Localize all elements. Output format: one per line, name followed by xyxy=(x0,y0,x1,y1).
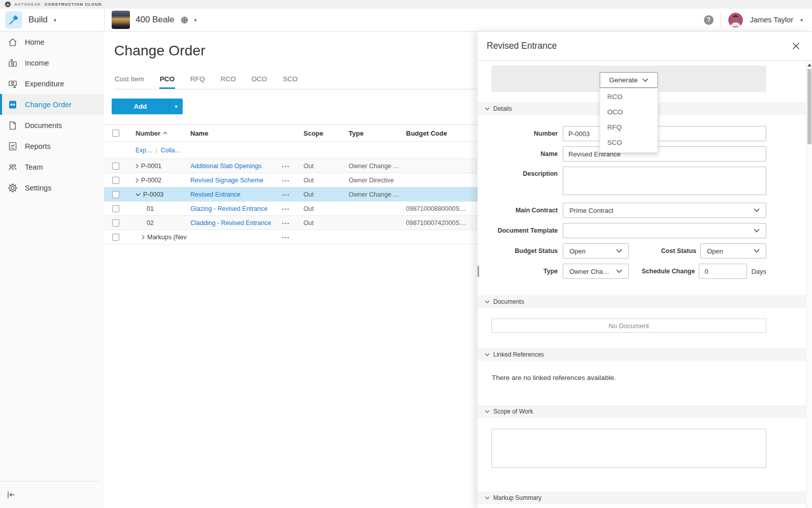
overflow-menu-icon[interactable]: ••• xyxy=(282,193,290,198)
build-product-icon xyxy=(5,11,22,28)
row-name-link[interactable]: Glazing - Revised Entrance xyxy=(190,205,267,212)
select-all-checkbox[interactable] xyxy=(112,130,119,137)
panel-header: Revised Entrance xyxy=(478,31,812,61)
sidebar-item-label: Income xyxy=(25,59,49,67)
sidebar-item-documents[interactable]: Documents xyxy=(0,115,104,136)
tab-pco[interactable]: PCO xyxy=(159,75,175,89)
row-checkbox[interactable] xyxy=(112,163,119,170)
budget-status-label: Budget Status xyxy=(491,247,558,255)
row-checkbox[interactable] xyxy=(112,234,119,241)
globe-icon xyxy=(180,16,189,24)
add-caret-down-icon[interactable]: ▾ xyxy=(169,99,183,114)
sidebar-item-label: Settings xyxy=(25,184,51,192)
cost-status-select[interactable]: Open xyxy=(700,243,766,259)
menu-item-oco[interactable]: OCO xyxy=(600,105,658,120)
row-name-link[interactable]: Additional Slab Openings xyxy=(190,163,261,170)
column-header-type[interactable]: Type xyxy=(346,130,403,137)
row-checkbox[interactable] xyxy=(112,219,119,227)
row-name-link[interactable]: Revised Entrance xyxy=(190,191,241,198)
overflow-menu-icon[interactable]: ••• xyxy=(282,178,290,183)
user-caret-down-icon[interactable]: ▾ xyxy=(800,17,803,23)
menu-item-rfq[interactable]: RFQ xyxy=(600,120,658,135)
appbar-divider xyxy=(721,13,721,26)
column-header-name[interactable]: Name xyxy=(188,130,279,137)
column-header-number[interactable]: Number xyxy=(129,130,188,137)
overflow-menu-icon[interactable]: ••• xyxy=(282,207,290,212)
section-markup-summary[interactable]: Markup Summary xyxy=(478,491,806,504)
row-checkbox[interactable] xyxy=(112,191,119,198)
menu-item-sco[interactable]: SCO xyxy=(600,135,658,150)
name-field[interactable] xyxy=(563,146,766,162)
overflow-menu-icon[interactable]: ••• xyxy=(282,221,290,226)
name-label: Name xyxy=(491,150,558,157)
panel-scrollbar[interactable] xyxy=(806,61,812,508)
sidebar-item-income[interactable]: Income xyxy=(0,52,104,73)
schedule-change-field[interactable] xyxy=(699,264,747,279)
add-button[interactable]: Add xyxy=(112,99,169,114)
table-row[interactable]: P-0001 Additional Slab Openings ••• Out … xyxy=(104,159,478,173)
tab-rfq[interactable]: RFQ xyxy=(190,75,206,89)
row-checkbox[interactable] xyxy=(112,205,119,212)
overflow-menu-icon[interactable]: ••• xyxy=(282,164,290,169)
help-icon[interactable]: ? xyxy=(704,15,714,25)
brand-autodesk: AUTODESK xyxy=(14,2,41,7)
collapse-all-link[interactable]: Colla… xyxy=(161,147,181,154)
chevron-down-icon[interactable] xyxy=(136,193,141,196)
section-documents[interactable]: Documents xyxy=(478,295,806,308)
sidebar-item-label: Expenditure xyxy=(25,80,64,88)
project-selector[interactable]: 400 Beale ▾ xyxy=(105,11,197,29)
chevron-right-icon[interactable] xyxy=(136,178,139,183)
expenditure-icon xyxy=(8,79,18,89)
table-row-child[interactable]: 01 Glazing - Revised Entrance ••• Out 09… xyxy=(104,202,478,216)
tab-cost-item[interactable]: Cost Item xyxy=(114,75,145,89)
column-header-scope[interactable]: Scope xyxy=(300,130,346,137)
row-checkbox[interactable] xyxy=(112,177,119,184)
overflow-menu-icon[interactable]: ••• xyxy=(282,235,290,240)
days-suffix: Days xyxy=(751,268,766,275)
tab-sco[interactable]: SCO xyxy=(282,75,298,89)
sidebar-item-reports[interactable]: Reports xyxy=(0,136,104,156)
budget-status-select[interactable]: Open xyxy=(563,243,629,259)
table-row[interactable]: P-0002 Revised Signage Scheme ••• Out Ow… xyxy=(104,173,478,187)
tab-bar: Cost Item PCO RFQ RCO OCO SCO xyxy=(114,75,478,89)
row-name-link[interactable]: Cladding - Revised Entrance xyxy=(190,219,271,227)
close-icon[interactable] xyxy=(790,40,802,52)
chevron-down-icon xyxy=(754,249,760,253)
chevron-right-icon[interactable] xyxy=(136,164,139,169)
sidebar-item-expenditure[interactable]: Expenditure xyxy=(0,73,104,94)
scrollbar-thumb[interactable] xyxy=(807,69,811,144)
expand-all-link[interactable]: Exp… xyxy=(136,147,152,154)
product-switcher[interactable]: Build ▾ xyxy=(0,9,105,31)
sidebar-item-change-order[interactable]: Change Order xyxy=(0,94,104,115)
scroll-up-icon[interactable] xyxy=(807,64,811,67)
main-contract-select[interactable]: Prime Contract xyxy=(563,203,766,218)
section-linked-references[interactable]: Linked References xyxy=(478,348,806,361)
sidebar-item-settings[interactable]: Settings xyxy=(0,177,104,198)
scope-of-work-field[interactable] xyxy=(491,429,766,468)
tab-oco[interactable]: OCO xyxy=(251,75,268,89)
generate-button[interactable]: Generate xyxy=(600,72,658,88)
row-name-link[interactable]: Revised Signage Scheme xyxy=(190,177,263,184)
tab-rco[interactable]: RCO xyxy=(220,75,236,89)
user-avatar[interactable] xyxy=(728,13,743,27)
reports-icon xyxy=(8,141,18,151)
chevron-down-icon xyxy=(754,229,760,233)
panel-body: Generate RCO OCO RFQ SCO Details Number … xyxy=(478,61,812,508)
type-select[interactable]: Owner Cha… xyxy=(563,264,629,279)
sidebar-item-home[interactable]: Home xyxy=(0,31,104,52)
table-row-child[interactable]: 02 Cladding - Revised Entrance ••• Out 0… xyxy=(104,216,478,230)
document-template-label: Document Template xyxy=(491,227,558,234)
sidebar-item-team[interactable]: Team xyxy=(0,156,104,177)
document-template-select[interactable] xyxy=(563,223,766,238)
menu-item-rco[interactable]: RCO xyxy=(600,89,658,105)
column-header-budget-code[interactable]: Budget Code xyxy=(403,130,478,137)
sidebar-item-label: Documents xyxy=(25,121,62,130)
chevron-right-icon[interactable] xyxy=(142,235,145,240)
section-scope-of-work[interactable]: Scope of Work xyxy=(478,405,806,418)
number-field[interactable] xyxy=(563,126,766,141)
panel-title: Revised Entrance xyxy=(487,41,557,51)
table-row-markups[interactable]: Markups (Nev ••• xyxy=(104,230,478,244)
table-row-selected[interactable]: P-0003 Revised Entrance ••• Out Owner Ch… xyxy=(104,187,478,202)
description-field[interactable] xyxy=(563,167,766,195)
collapse-sidebar-icon[interactable] xyxy=(7,491,16,499)
